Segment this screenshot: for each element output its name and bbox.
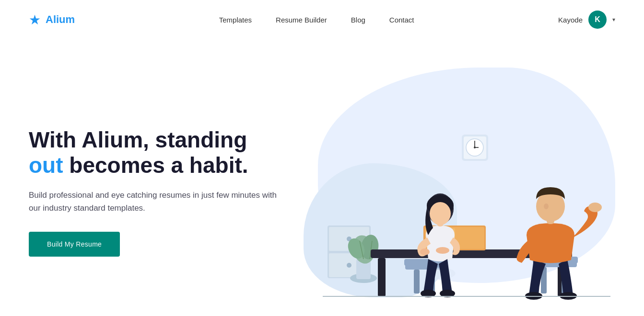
svg-point-17 [474,147,476,148]
svg-point-29 [420,248,430,255]
heading-text-1: With Alium, standing [29,127,247,152]
chevron-down-icon[interactable]: ▾ [612,16,615,23]
build-resume-button[interactable]: Build My Resume [29,232,120,257]
star-icon: ★ [29,12,41,28]
hero-section: With Alium, standing out becomes a habit… [0,39,644,316]
svg-point-45 [544,203,549,209]
hero-subtext: Build professional and eye catching resu… [29,189,278,214]
svg-point-4 [347,263,351,268]
navbar: ★ Alium Templates Resume Builder Blog Co… [0,0,644,39]
brand-logo[interactable]: ★ Alium [29,12,75,28]
hero-heading: With Alium, standing out becomes a habit… [29,127,278,178]
brand-name: Alium [46,13,75,26]
nav-link-blog[interactable]: Blog [351,16,365,24]
nav-link-templates[interactable]: Templates [219,16,252,24]
nav-links: Templates Resume Builder Blog Contact [219,16,414,24]
svg-point-34 [430,202,451,225]
svg-point-30 [436,247,449,254]
nav-link-resume-builder[interactable]: Resume Builder [276,16,327,24]
hero-content: With Alium, standing out becomes a habit… [29,127,278,257]
nav-link-contact[interactable]: Contact [389,16,414,24]
hero-illustration [289,77,615,307]
user-name-label: Kayode [558,16,583,24]
svg-rect-19 [378,258,386,296]
svg-rect-25 [414,270,420,293]
heading-highlight: out [29,153,63,178]
svg-point-46 [588,203,602,212]
avatar[interactable]: K [588,11,607,29]
user-section: Kayode K ▾ [558,11,615,29]
heading-text-2: becomes a habit. [63,153,248,178]
illustration-svg [299,87,615,307]
